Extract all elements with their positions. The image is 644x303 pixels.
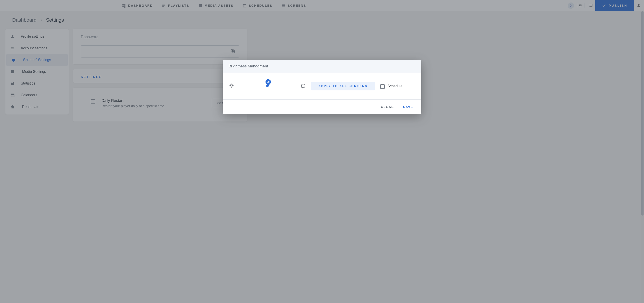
schedule-label: Schedule (388, 84, 402, 88)
brightness-high-icon (300, 83, 306, 89)
brightness-low-icon (229, 83, 235, 89)
schedule-group: Schedule (380, 83, 402, 89)
brightness-slider[interactable]: 50 (240, 85, 294, 87)
modal-title: Brightness Managment (223, 60, 421, 73)
slider-fill (240, 86, 268, 86)
schedule-checkbox[interactable] (380, 84, 385, 89)
modal-close-button[interactable]: CLOSE (379, 104, 396, 110)
apply-to-all-screens-button[interactable]: APPLY TO ALL SCREENS (311, 82, 375, 90)
brightness-modal: Brightness Managment 50 APPLY TO ALL SCR… (223, 60, 421, 114)
modal-scrim[interactable]: Brightness Managment 50 APPLY TO ALL SCR… (0, 0, 644, 303)
modal-save-button[interactable]: SAVE (401, 104, 415, 110)
slider-thumb[interactable] (266, 84, 269, 87)
slider-value: 50 (267, 80, 270, 83)
